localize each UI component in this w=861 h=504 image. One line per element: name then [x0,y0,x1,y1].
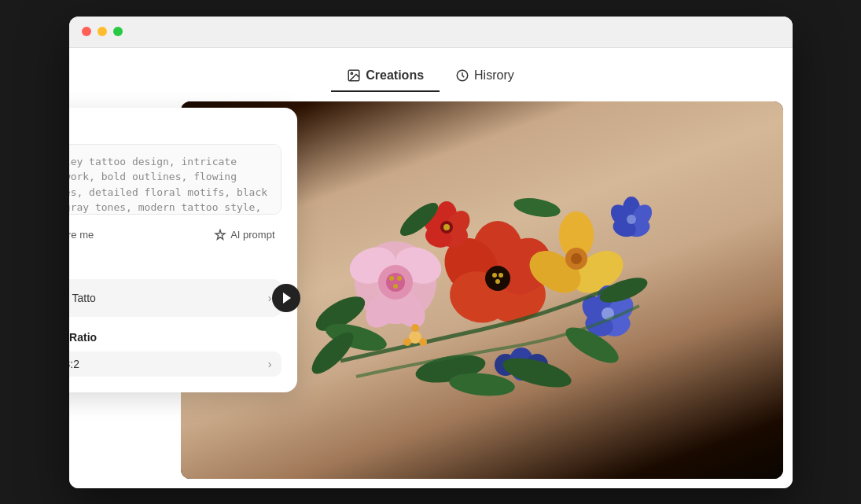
main-area: Prompt Inspire me AI prompt [69,92,793,488]
tab-history[interactable]: Hisrory [440,61,530,92]
tab-creations-label: Creations [366,68,424,83]
style-selector[interactable]: Tatto › [69,279,281,317]
style-left: Tatto [69,285,96,311]
maximize-button[interactable] [113,27,123,36]
sparkle-icon [214,229,226,241]
prompt-panel: Prompt Inspire me AI prompt [69,108,297,392]
svg-point-21 [499,273,503,278]
close-button[interactable] [82,27,91,36]
prompt-label: Prompt [69,123,281,136]
style-name: Tatto [72,292,96,304]
clock-icon [455,68,469,83]
svg-point-10 [386,273,405,292]
svg-point-66 [419,338,427,346]
aspect-ratio-chevron-icon: › [268,358,272,370]
title-bar [69,17,793,48]
svg-point-65 [411,324,419,332]
tab-history-label: Hisrory [474,68,514,83]
svg-point-11 [389,276,394,281]
svg-point-30 [571,253,582,264]
inspire-button-label: Inspire me [69,229,94,241]
svg-point-49 [443,224,450,230]
svg-point-22 [495,279,500,284]
browser-content: Creations Hisrory [69,48,793,488]
prompt-actions: Inspire me AI prompt [69,226,281,245]
ai-prompt-button-label: AI prompt [230,229,274,241]
ratio-value: 3:2 [69,358,79,370]
minimize-button[interactable] [98,27,107,36]
image-icon [347,68,361,83]
ai-prompt-button[interactable]: AI prompt [208,226,281,245]
svg-point-63 [512,194,561,219]
tab-creations[interactable]: Creations [331,61,440,92]
svg-point-67 [403,338,411,346]
aspect-ratio-label: Aspect Ratio [69,331,281,344]
aspect-ratio-left: 3:2 [69,358,79,370]
inspire-button[interactable]: Inspire me [69,226,94,245]
style-selector-container: Tatto › [69,279,281,317]
svg-point-8 [373,296,418,324]
svg-point-19 [485,266,510,291]
svg-point-13 [393,284,398,289]
styles-label: Styles [69,259,281,271]
browser-window: Creations Hisrory [69,17,793,488]
generate-button[interactable] [272,284,300,312]
svg-point-1 [351,72,353,74]
aspect-ratio-section: Aspect Ratio 3:2 › [69,331,281,377]
prompt-textarea[interactable] [69,144,281,215]
aspect-ratio-selector[interactable]: 3:2 › [69,351,281,377]
tab-bar: Creations Hisrory [69,48,793,92]
svg-point-42 [627,215,636,224]
svg-point-12 [397,276,402,281]
svg-point-20 [492,273,497,278]
floral-tattoo-svg [293,156,671,424]
